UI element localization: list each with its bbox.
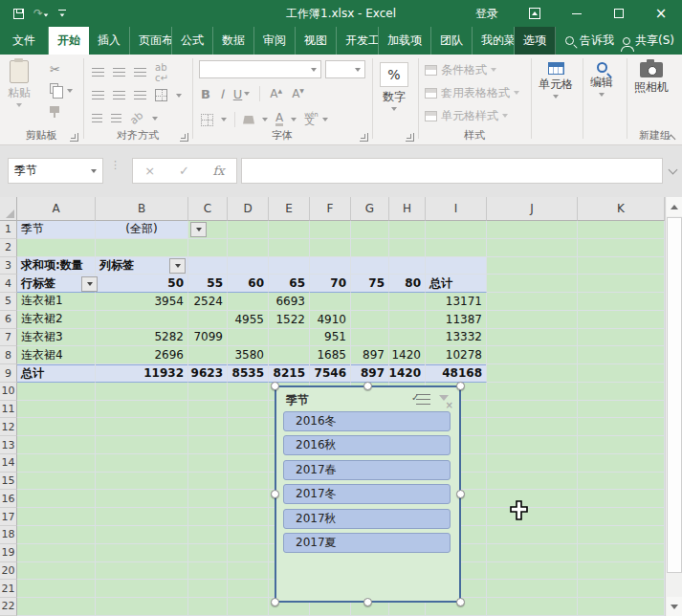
cell-I1[interactable]	[426, 221, 487, 239]
cell-D21[interactable]	[228, 580, 269, 598]
cell-K20[interactable]	[578, 562, 665, 581]
editing-button[interactable]: 编辑	[590, 62, 613, 97]
number-dialog-launcher-icon[interactable]	[406, 133, 414, 142]
cell-K10[interactable]	[578, 383, 665, 401]
cell-C2[interactable]	[188, 239, 228, 257]
ribbon-tab-数据[interactable]: 数据	[213, 27, 254, 55]
cell-I5[interactable]: 13171	[426, 293, 487, 311]
row-header-5[interactable]: 5	[0, 293, 17, 311]
cell-G4[interactable]: 75	[351, 275, 389, 293]
wrap-text-icon[interactable]: abc↵	[155, 62, 168, 83]
align-center-icon[interactable]	[113, 91, 125, 100]
cell-H3[interactable]	[389, 257, 426, 275]
cell-B20[interactable]	[96, 562, 188, 581]
confirm-entry-icon[interactable]: ✓	[179, 164, 189, 178]
increase-font-size-icon[interactable]: A▲	[270, 87, 282, 100]
cell-A8[interactable]: 连衣裙4	[17, 346, 96, 364]
align-top-icon[interactable]	[92, 68, 104, 77]
collapse-ribbon-icon[interactable]	[667, 133, 674, 141]
column-labels-dropdown-button[interactable]	[169, 258, 186, 274]
cell-J21[interactable]	[487, 580, 578, 598]
cell-D10[interactable]	[228, 383, 269, 401]
decrease-indent-icon[interactable]	[92, 114, 102, 123]
cell-I4[interactable]: 总计	[426, 275, 487, 293]
column-header-A[interactable]: A	[17, 197, 96, 221]
cell-K16[interactable]	[578, 490, 665, 508]
cell-H8[interactable]: 1420	[389, 346, 426, 364]
cell-J5[interactable]	[487, 293, 578, 311]
row-labels-dropdown-button[interactable]	[81, 276, 98, 292]
cell-J12[interactable]	[487, 418, 578, 436]
cell-C7[interactable]: 7099	[188, 329, 228, 347]
cell-G7[interactable]	[351, 329, 389, 347]
insert-function-icon[interactable]: fx	[212, 164, 224, 178]
cell-I9[interactable]: 48168	[426, 364, 487, 383]
cell-D17[interactable]	[228, 508, 269, 526]
slicer-item-2017秋[interactable]: 2017秋	[283, 509, 451, 529]
cell-B6[interactable]	[96, 311, 188, 329]
scrollbar-thumb[interactable]	[667, 217, 682, 573]
cell-G9[interactable]: 897	[351, 364, 389, 383]
underline-button[interactable]: U	[233, 87, 251, 101]
save-icon[interactable]	[13, 9, 24, 19]
cell-J13[interactable]	[487, 436, 578, 454]
cell-F9[interactable]: 7546	[310, 364, 351, 383]
cell-D18[interactable]	[228, 526, 269, 544]
paste-button[interactable]: 粘贴	[8, 60, 31, 107]
row-header-13[interactable]: 13	[0, 436, 17, 454]
cell-C19[interactable]	[188, 544, 228, 562]
cell-B16[interactable]	[96, 490, 188, 508]
cell-A2[interactable]	[17, 239, 96, 257]
cell-K3[interactable]	[578, 257, 665, 275]
cell-G3[interactable]	[351, 257, 389, 275]
cell-K11[interactable]	[578, 401, 665, 419]
cell-E6[interactable]: 1522	[269, 311, 310, 329]
row-header-22[interactable]: 22	[0, 598, 17, 616]
cell-D20[interactable]	[228, 562, 269, 581]
row-header-19[interactable]: 19	[0, 544, 17, 562]
multi-select-icon[interactable]	[416, 394, 430, 407]
cell-J4[interactable]	[487, 275, 578, 293]
cell-D1[interactable]	[228, 221, 269, 239]
cell-K14[interactable]	[578, 454, 665, 473]
cell-B22[interactable]	[96, 598, 188, 616]
ribbon-tab-页面布局[interactable]: 页面布局	[130, 27, 172, 55]
sign-in-button[interactable]: 登录	[460, 0, 514, 27]
ribbon-tab-文件[interactable]: 文件	[0, 27, 49, 55]
row-header-4[interactable]: 4	[0, 275, 17, 293]
cell-A15[interactable]	[17, 473, 96, 491]
cell-J18[interactable]	[487, 526, 578, 544]
ribbon-display-options-button[interactable]	[514, 0, 556, 27]
cell-C18[interactable]	[188, 526, 228, 544]
cell-C5[interactable]: 2524	[188, 293, 228, 311]
cell-D8[interactable]: 3580	[228, 346, 269, 364]
cell-D22[interactable]	[228, 598, 269, 616]
column-header-H[interactable]: H	[389, 197, 426, 221]
cell-D15[interactable]	[228, 473, 269, 491]
cell-D14[interactable]	[228, 454, 269, 473]
row-header-21[interactable]: 21	[0, 580, 17, 598]
cell-B13[interactable]	[96, 436, 188, 454]
resize-handle[interactable]	[456, 490, 465, 498]
cell-B21[interactable]	[96, 580, 188, 598]
cell-F6[interactable]: 4910	[310, 311, 351, 329]
cell-B2[interactable]	[96, 239, 188, 257]
cell-I3[interactable]	[426, 257, 487, 275]
cell-K6[interactable]	[578, 311, 665, 329]
column-header-I[interactable]: I	[426, 197, 487, 221]
camera-button[interactable]: 照相机	[634, 58, 669, 96]
column-header-J[interactable]: J	[487, 197, 578, 221]
cell-B19[interactable]	[96, 544, 188, 562]
row-header-9[interactable]: 9	[0, 364, 17, 383]
cell-J17[interactable]	[487, 508, 578, 526]
cell-A7[interactable]: 连衣裙3	[17, 329, 96, 347]
cell-B12[interactable]	[96, 418, 188, 436]
close-button[interactable]: ×	[640, 0, 682, 27]
row-header-6[interactable]: 6	[0, 311, 17, 329]
clipboard-dialog-launcher-icon[interactable]	[70, 133, 78, 142]
cell-E4[interactable]: 65	[269, 275, 310, 293]
fill-color-icon[interactable]	[243, 116, 254, 124]
select-all-corner[interactable]	[0, 197, 17, 221]
row-header-14[interactable]: 14	[0, 454, 17, 473]
cell-K19[interactable]	[578, 544, 665, 562]
